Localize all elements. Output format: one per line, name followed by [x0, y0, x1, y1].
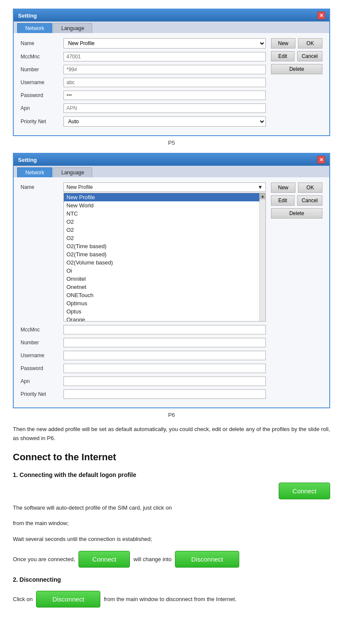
- dropdown-item-oi[interactable]: Oi: [64, 267, 259, 275]
- p6-ok-button[interactable]: OK: [298, 182, 322, 193]
- connect-button-top[interactable]: Connect: [279, 483, 330, 499]
- p6-name-value: New Profile: [66, 184, 93, 190]
- p5-btn-row1: New OK: [271, 38, 322, 49]
- disconnect-section: Click on Disconnect from the main window…: [13, 587, 330, 611]
- p5-btn-row3: Delete: [271, 64, 322, 74]
- p6-scrollbar[interactable]: ▲ ▼: [259, 193, 265, 322]
- dropdown-item-new-world[interactable]: New World: [64, 201, 259, 210]
- p6-apn-input[interactable]: [63, 377, 266, 386]
- p6-password-row: Password: [21, 364, 266, 373]
- p5-name-label: Name: [21, 40, 63, 46]
- p5-new-button[interactable]: New: [271, 38, 295, 49]
- sub1-text1-content: The software will auto-detect profile of…: [13, 504, 172, 511]
- dropdown-item-orange-1[interactable]: Orange: [64, 316, 259, 322]
- p5-password-input[interactable]: [63, 91, 266, 100]
- p6-delete-button[interactable]: Delete: [271, 208, 322, 219]
- p6-spacer: MccMnc Number Username Password: [21, 325, 266, 399]
- p5-name-select[interactable]: New Profile: [63, 38, 266, 49]
- p5-edit-button[interactable]: Edit: [271, 51, 295, 61]
- p5-content: Name New Profile MccMnc Number U: [21, 38, 322, 130]
- dropdown-item-o2-2[interactable]: O2: [64, 226, 259, 234]
- p6-prioritynet-label: Priority Net: [21, 391, 63, 397]
- connect-button-inline[interactable]: Connect: [78, 551, 130, 568]
- p6-apn-label: Apn: [21, 378, 63, 384]
- p5-mccmnc-input[interactable]: [63, 52, 266, 61]
- sub2-text2: from the main window to disconnect from …: [104, 596, 236, 602]
- p5-close-button[interactable]: ✕: [317, 12, 325, 19]
- p6-apn-row: Apn: [21, 377, 266, 386]
- p6-number-row: Number: [21, 338, 266, 347]
- sub1-text3: Wait several seconds until the connectio…: [13, 535, 330, 544]
- p6-mccmnc-row: MccMnc: [21, 325, 266, 334]
- p6-prioritynet-row: Priority Net: [21, 389, 266, 399]
- p5-titlebar: Setting ✕: [14, 9, 329, 21]
- p6-mccmnc-input[interactable]: [63, 325, 266, 334]
- dropdown-item-optimus[interactable]: Optimus: [64, 299, 259, 307]
- p6-tabs: Network Language: [14, 166, 329, 177]
- tab-language-p6[interactable]: Language: [53, 167, 92, 177]
- p5-title: Setting: [18, 12, 37, 19]
- dropdown-item-new-profile[interactable]: New Profile: [64, 193, 259, 201]
- p5-apn-input[interactable]: [63, 103, 266, 113]
- p5-buttons: New OK Edit Cancel Delete: [271, 38, 322, 130]
- p5-username-input[interactable]: [63, 78, 266, 87]
- tab-network-p6[interactable]: Network: [17, 167, 52, 177]
- p5-delete-button[interactable]: Delete: [271, 64, 322, 74]
- p5-apn-row: Apn: [21, 103, 266, 113]
- dropdown-item-optus[interactable]: Optus: [64, 307, 259, 316]
- page-wrapper: Setting ✕ Network Language Name New Prof…: [0, 0, 343, 644]
- dropdown-item-o2-1[interactable]: O2: [64, 218, 259, 226]
- p6-password-label: Password: [21, 365, 63, 371]
- p5-body: Name New Profile MccMnc Number U: [14, 33, 329, 135]
- scrollbar-up-icon[interactable]: ▲: [260, 193, 265, 199]
- sub1-text5: will change into: [133, 556, 172, 562]
- tab-network-p5[interactable]: Network: [17, 23, 52, 33]
- p6-number-label: Number: [21, 340, 63, 346]
- p5-cancel-button[interactable]: Cancel: [297, 51, 322, 61]
- dropdown-item-o2-volume[interactable]: O2(Volume based): [64, 258, 259, 267]
- p6-new-button[interactable]: New: [271, 182, 295, 193]
- p6-cancel-button[interactable]: Cancel: [297, 195, 322, 206]
- p6-name-select-display[interactable]: New Profile ▼: [63, 182, 266, 192]
- p6-dropdown-arrow-icon: ▼: [258, 184, 263, 190]
- p5-number-row: Number: [21, 65, 266, 74]
- p6-name-row: Name New Profile ▼ New Profile: [21, 182, 266, 192]
- body-text-p6: Then the new added profile will be set a…: [13, 425, 330, 443]
- p5-username-row: Username: [21, 78, 266, 87]
- p5-ok-button[interactable]: OK: [298, 38, 322, 49]
- p5-mccmnc-label: MccMnc: [21, 54, 63, 60]
- p5-prioritynet-select[interactable]: Auto: [63, 116, 266, 127]
- sub1-heading: 1. Connecting with the default logon pro…: [13, 471, 330, 478]
- p6-prioritynet-input[interactable]: [63, 389, 266, 399]
- p6-password-input[interactable]: [63, 364, 266, 373]
- p5-mccmnc-row: MccMnc: [21, 52, 266, 61]
- p6-dropdown-list[interactable]: New Profile New World NTC O2 O2 O2 O2(Ti…: [63, 193, 266, 322]
- p6-edit-button[interactable]: Edit: [271, 195, 295, 206]
- dropdown-item-onetnet[interactable]: Onetnet: [64, 283, 259, 291]
- dropdown-item-o2-time-1[interactable]: O2(Time based): [64, 242, 259, 250]
- p6-username-input[interactable]: [63, 351, 266, 360]
- dropdown-item-omnitel[interactable]: Omnitel: [64, 275, 259, 283]
- p6-form: Name New Profile ▼ New Profile: [21, 182, 266, 402]
- p5-prioritynet-label: Priority Net: [21, 118, 63, 125]
- sub1-text2: from the main window;: [13, 519, 330, 528]
- section-heading: Connect to the Internet: [13, 452, 330, 465]
- p6-content: Name New Profile ▼ New Profile: [21, 182, 322, 402]
- tab-language-p5[interactable]: Language: [53, 23, 92, 33]
- p6-mccmnc-label: MccMnc: [21, 327, 63, 333]
- p5-password-label: Password: [21, 92, 63, 98]
- p6-close-button[interactable]: ✕: [317, 156, 325, 164]
- p6-btn-row1: New OK: [271, 182, 322, 193]
- dropdown-item-o2-time-2[interactable]: O2(Time based): [64, 250, 259, 258]
- disconnect-button-inline[interactable]: Disconnect: [175, 551, 239, 568]
- p6-username-row: Username: [21, 351, 266, 360]
- p6-number-input[interactable]: [63, 338, 266, 347]
- dropdown-item-onetouch[interactable]: ONETouch: [64, 291, 259, 299]
- disconnect-button-main[interactable]: Disconnect: [36, 591, 100, 608]
- p6-dialog: Setting ✕ Network Language Name New Prof…: [13, 153, 330, 408]
- dropdown-item-ntc[interactable]: NTC: [64, 210, 259, 218]
- dropdown-item-o2-3[interactable]: O2: [64, 234, 259, 242]
- p5-number-input[interactable]: [63, 65, 266, 74]
- p6-body: Name New Profile ▼ New Profile: [14, 177, 329, 407]
- p5-username-label: Username: [21, 79, 63, 85]
